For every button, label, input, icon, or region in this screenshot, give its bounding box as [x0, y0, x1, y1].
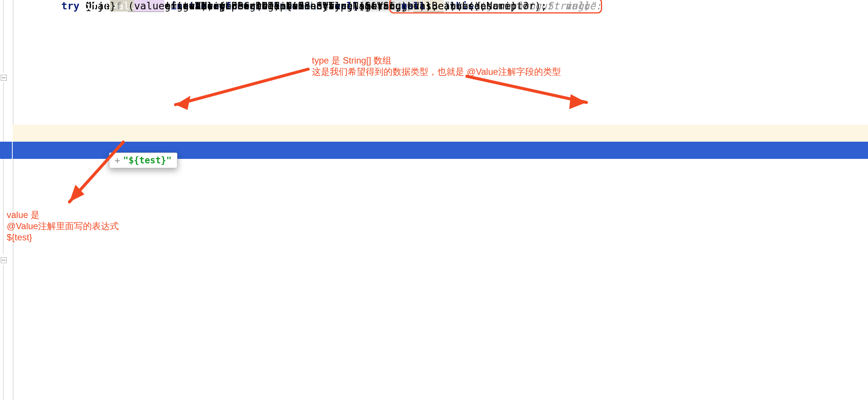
- row-highlight-modified: [13, 124, 868, 142]
- svg-line-2: [467, 76, 586, 102]
- annotation-type1: type 是 String[] 数组: [312, 55, 391, 67]
- breakpoint-row-marker[interactable]: [0, 142, 12, 159]
- popup-value: "${test}": [123, 155, 171, 166]
- annotation-arrows: [0, 0, 868, 400]
- annotation-value3: ${test}: [7, 231, 32, 243]
- annotation-value1: value 是: [7, 209, 40, 221]
- debug-value-popup[interactable]: +"${test}": [109, 153, 177, 168]
- annotation-value2: @Value注解里面写的表达式: [7, 220, 119, 232]
- fold-guide: [3, 82, 4, 254]
- fold-guide: [3, 265, 4, 400]
- gutter-area: [0, 0, 13, 400]
- annotation-type2: 这是我们希望得到的数据类型，也就是 @Value注解字段的类型: [312, 66, 561, 78]
- editor-stage: try { Object shortcut = descriptor.resol…: [0, 0, 868, 400]
- fold-handle[interactable]: [1, 75, 7, 81]
- fold-guide: [3, 0, 4, 73]
- code-line[interactable]: }: [13, 0, 868, 17]
- expand-icon[interactable]: +: [115, 155, 120, 166]
- fold-handle[interactable]: [1, 257, 7, 263]
- svg-marker-3: [569, 94, 586, 109]
- svg-marker-5: [69, 185, 84, 202]
- svg-line-0: [176, 69, 308, 105]
- svg-marker-1: [176, 96, 190, 110]
